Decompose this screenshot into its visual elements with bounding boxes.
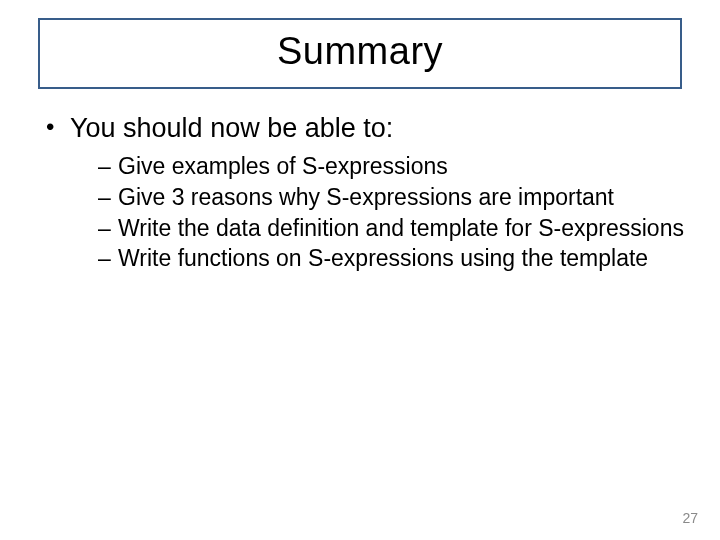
intro-text: You should now be able to: [70, 113, 393, 143]
bullet-text: Write the data definition and template f… [118, 215, 684, 241]
slide-content: You should now be able to: Give examples… [30, 113, 690, 273]
bullet-text: Give 3 reasons why S-expressions are imp… [118, 184, 614, 210]
bullet-text: Give examples of S-expressions [118, 153, 448, 179]
list-item: Give 3 reasons why S-expressions are imp… [98, 183, 684, 212]
list-item: Write functions on S-expressions using t… [98, 244, 684, 273]
list-item: Write the data definition and template f… [98, 214, 684, 243]
bullet-list-level1: You should now be able to: Give examples… [36, 113, 684, 273]
bullet-list-level2: Give examples of S-expressions Give 3 re… [70, 152, 684, 273]
page-number: 27 [682, 510, 698, 526]
title-box: Summary [38, 18, 682, 89]
list-item: You should now be able to: Give examples… [46, 113, 684, 273]
slide: Summary You should now be able to: Give … [0, 0, 720, 540]
list-item: Give examples of S-expressions [98, 152, 684, 181]
bullet-text: Write functions on S-expressions using t… [118, 245, 648, 271]
slide-title: Summary [40, 30, 680, 73]
